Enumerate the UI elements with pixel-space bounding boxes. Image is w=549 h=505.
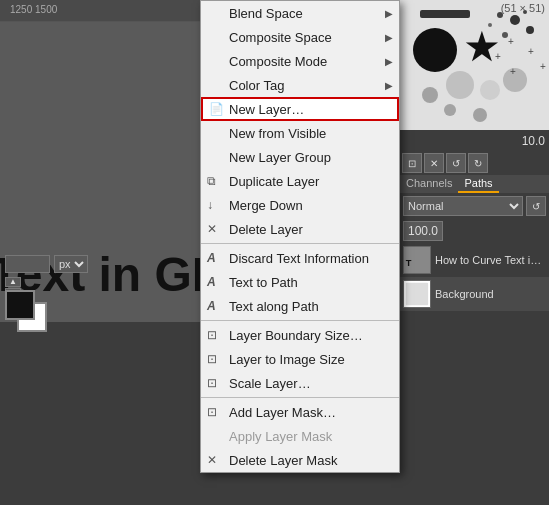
ruler: 1250 1500 — [0, 0, 200, 22]
scale-icon: ⊡ — [207, 376, 217, 390]
separator-1 — [201, 243, 399, 244]
svg-point-15 — [473, 108, 487, 122]
blend-mode-row: Normal ↺ — [400, 193, 549, 219]
menu-item-color-tag[interactable]: Color Tag ▶ — [201, 73, 399, 97]
menu-item-delete-layer-mask[interactable]: ✕ Delete Layer Mask — [201, 448, 399, 472]
arrow-icon: ▶ — [385, 56, 393, 67]
blend-btn[interactable]: ↺ — [526, 196, 546, 216]
list-item[interactable]: Background — [400, 277, 549, 311]
layer-name-2: Background — [435, 288, 494, 300]
merge-down-label: Merge Down — [229, 198, 303, 213]
mask-icon: ⊡ — [207, 405, 217, 419]
menu-item-layer-boundary-size[interactable]: ⊡ Layer Boundary Size… — [201, 323, 399, 347]
tab-paths[interactable]: Paths — [458, 175, 498, 193]
svg-point-5 — [510, 15, 520, 25]
svg-point-8 — [526, 26, 534, 34]
svg-text:+: + — [508, 36, 514, 47]
brush-preview: (51 × 51) ★ + + + + — [400, 0, 549, 130]
menu-item-discard-text[interactable]: A Discard Text Information — [201, 246, 399, 270]
menu-item-composite-space[interactable]: Composite Space ▶ — [201, 25, 399, 49]
blend-space-label: Blend Space — [229, 6, 303, 21]
separator-3 — [201, 397, 399, 398]
boundary-icon: ⊡ — [207, 328, 217, 342]
arrow-icon: ▶ — [385, 80, 393, 91]
menu-item-layer-to-image-size[interactable]: ⊡ Layer to Image Size — [201, 347, 399, 371]
layer-btn-4[interactable]: ↻ — [468, 153, 488, 173]
layer-name-1: How to Curve Text in GI — [435, 254, 546, 266]
svg-text:★: ★ — [465, 27, 498, 68]
apply-layer-mask-label: Apply Layer Mask — [229, 429, 332, 444]
layer-list: T How to Curve Text in GI Background — [400, 243, 549, 311]
new-from-visible-label: New from Visible — [229, 126, 326, 141]
layer-to-image-size-label: Layer to Image Size — [229, 352, 345, 367]
new-layer-icon: 📄 — [209, 102, 224, 116]
duplicate-icon: ⧉ — [207, 174, 216, 188]
text-path-icon: A — [207, 275, 216, 289]
svg-text:+: + — [495, 51, 501, 62]
tool-row-unit: px — [5, 255, 85, 273]
svg-point-12 — [480, 80, 500, 100]
menu-item-new-layer[interactable]: 📄 New Layer… — [201, 97, 399, 121]
duplicate-layer-label: Duplicate Layer — [229, 174, 319, 189]
channel-tabs: Channels Paths — [400, 175, 549, 193]
svg-text:+: + — [510, 66, 516, 77]
text-to-path-label: Text to Path — [229, 275, 298, 290]
tab-channels[interactable]: Channels — [400, 175, 458, 193]
svg-text:+: + — [540, 61, 546, 72]
layer-btn-1[interactable]: ⊡ — [402, 153, 422, 173]
brush-canvas-svg: ★ + + + + + — [400, 0, 549, 130]
new-layer-label: New Layer… — [229, 102, 304, 117]
unit-select[interactable]: px — [54, 255, 88, 273]
tab-channels-label: Channels — [406, 177, 452, 189]
delete-layer-label: Delete Layer — [229, 222, 303, 237]
list-item[interactable]: T How to Curve Text in GI — [400, 243, 549, 277]
color-tag-label: Color Tag — [229, 78, 284, 93]
layer-btn-2[interactable]: ✕ — [424, 153, 444, 173]
image-size-icon: ⊡ — [207, 352, 217, 366]
menu-item-apply-layer-mask[interactable]: Apply Layer Mask — [201, 424, 399, 448]
menu-item-delete-layer[interactable]: ✕ Delete Layer — [201, 217, 399, 241]
fg-color-box[interactable] — [5, 290, 35, 320]
svg-text:+: + — [528, 46, 534, 57]
opacity-value: 100.0 — [403, 221, 443, 241]
menu-item-text-to-path[interactable]: A Text to Path — [201, 270, 399, 294]
menu-item-new-from-visible[interactable]: New from Visible — [201, 121, 399, 145]
color-selector[interactable] — [5, 290, 55, 340]
brush-size-label: (51 × 51) — [501, 2, 545, 14]
size-input[interactable] — [5, 255, 50, 273]
svg-point-2 — [413, 28, 457, 72]
left-panel: 1250 1500 Text in GIM px ▲ ▼ — [0, 0, 200, 505]
svg-point-9 — [488, 23, 492, 27]
menu-item-composite-mode[interactable]: Composite Mode ▶ — [201, 49, 399, 73]
menu-item-new-layer-group[interactable]: New Layer Group — [201, 145, 399, 169]
layer-boundary-size-label: Layer Boundary Size… — [229, 328, 363, 343]
delete-mask-icon: ✕ — [207, 453, 217, 467]
menu-item-text-along-path[interactable]: A Text along Path — [201, 294, 399, 318]
text-a-icon: A — [207, 251, 216, 265]
tab-paths-label: Paths — [464, 177, 492, 189]
layer-btn-3[interactable]: ↺ — [446, 153, 466, 173]
composite-space-label: Composite Space — [229, 30, 332, 45]
increment-button[interactable]: ▲ — [5, 277, 21, 287]
value-display: 10.0 — [400, 130, 549, 151]
menu-item-scale-layer[interactable]: ⊡ Scale Layer… — [201, 371, 399, 395]
svg-rect-1 — [420, 10, 470, 18]
menu-item-duplicate-layer[interactable]: ⧉ Duplicate Layer — [201, 169, 399, 193]
menu-item-add-layer-mask[interactable]: ⊡ Add Layer Mask… — [201, 400, 399, 424]
svg-text:T: T — [406, 258, 412, 268]
discard-text-label: Discard Text Information — [229, 251, 369, 266]
new-layer-group-label: New Layer Group — [229, 150, 331, 165]
ruler-label: 1250 1500 — [10, 4, 57, 15]
numeric-value: 10.0 — [522, 134, 545, 148]
arrow-icon: ▶ — [385, 32, 393, 43]
separator-2 — [201, 320, 399, 321]
menu-item-merge-down[interactable]: ↓ Merge Down — [201, 193, 399, 217]
svg-point-11 — [446, 71, 474, 99]
delete-layer-mask-label: Delete Layer Mask — [229, 453, 337, 468]
svg-point-14 — [444, 104, 456, 116]
layer-thumb-1: T — [403, 246, 431, 274]
menu-item-blend-space[interactable]: Blend Space ▶ — [201, 1, 399, 25]
merge-icon: ↓ — [207, 198, 213, 212]
blend-mode-select[interactable]: Normal — [403, 196, 523, 216]
svg-point-10 — [422, 87, 438, 103]
